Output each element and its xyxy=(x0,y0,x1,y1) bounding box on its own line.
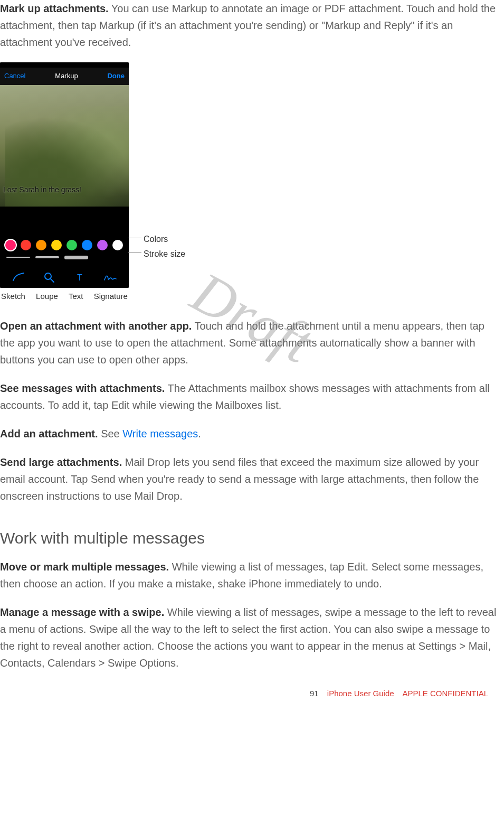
phone-frame: Cancel Markup Done Lost Sarah in the gra… xyxy=(0,62,129,288)
page-footer: 91 iPhone User Guide APPLE CONFIDENTIAL xyxy=(0,687,499,700)
tool-label-signature: Signature xyxy=(94,290,128,303)
text-icon: T xyxy=(69,271,90,284)
color-row xyxy=(0,236,129,252)
markup-title: Markup xyxy=(55,71,78,82)
heading-work-multiple: Work with multiple messages xyxy=(0,526,499,551)
callout-stroke: Stroke size xyxy=(144,247,185,261)
markup-navbar: Cancel Markup Done xyxy=(0,68,129,85)
tool-label-sketch: Sketch xyxy=(1,290,25,303)
callout-colors: Colors xyxy=(144,232,168,246)
para-add-title: Add an attachment. xyxy=(0,428,98,439)
para-move-title: Move or mark multiple messages. xyxy=(0,561,172,573)
status-bar xyxy=(0,62,129,68)
para-send-title: Send large attachments. xyxy=(0,456,122,468)
para-markup: Mark up attachments. You can use Markup … xyxy=(0,0,499,51)
cancel-button: Cancel xyxy=(4,71,25,82)
footer-title: iPhone User Guide xyxy=(327,689,394,698)
svg-text:T: T xyxy=(77,273,82,282)
color-swatch xyxy=(36,240,46,250)
tool-label-text: Text xyxy=(69,290,83,303)
tool-label-loupe: Loupe xyxy=(36,290,58,303)
svg-point-0 xyxy=(45,273,51,279)
sketch-icon xyxy=(8,271,29,284)
para-add: Add an attachment. See Write messages. xyxy=(0,425,499,442)
color-swatch xyxy=(51,240,62,250)
para-move: Move or mark multiple messages. While vi… xyxy=(0,558,499,592)
photo-area: Lost Sarah in the grass! xyxy=(0,85,129,207)
stroke-option-thick xyxy=(64,256,88,259)
color-swatch xyxy=(112,240,123,250)
color-swatch xyxy=(66,240,77,250)
photo-annotation: Lost Sarah in the grass! xyxy=(3,184,81,195)
para-see: See messages with attachments. The Attac… xyxy=(0,380,499,414)
page-number: 91 xyxy=(310,689,319,698)
para-add-pre: See xyxy=(98,428,123,439)
tool-row: T xyxy=(0,265,129,288)
color-swatch xyxy=(82,240,92,250)
markup-figure: Cancel Markup Done Lost Sarah in the gra… xyxy=(0,62,499,303)
para-markup-title: Mark up attachments. xyxy=(0,3,109,14)
para-open-title: Open an attachment with another app. xyxy=(0,320,192,332)
para-add-post: . xyxy=(198,428,201,439)
para-manage: Manage a message with a swipe. While vie… xyxy=(0,604,499,671)
stroke-option-thin xyxy=(6,257,30,258)
para-see-title: See messages with attachments. xyxy=(0,382,165,394)
photo-letterbox xyxy=(0,207,129,236)
color-swatch xyxy=(97,240,108,250)
done-button: Done xyxy=(107,71,125,82)
para-manage-title: Manage a message with a swipe. xyxy=(0,606,164,618)
footer-confidential: APPLE CONFIDENTIAL xyxy=(402,689,488,698)
stroke-option-med xyxy=(35,256,59,258)
color-swatch xyxy=(5,240,16,250)
callouts: Colors Stroke size xyxy=(133,62,196,289)
write-messages-link[interactable]: Write messages xyxy=(122,428,198,439)
color-swatch xyxy=(21,240,31,250)
loupe-icon xyxy=(39,271,60,284)
para-open: Open an attachment with another app. Tou… xyxy=(0,317,499,368)
svg-line-1 xyxy=(51,279,54,282)
para-send: Send large attachments. Mail Drop lets y… xyxy=(0,454,499,504)
stroke-row xyxy=(0,252,129,265)
signature-icon xyxy=(100,271,121,284)
tool-labels-row: Sketch Loupe Text Signature xyxy=(0,290,133,303)
